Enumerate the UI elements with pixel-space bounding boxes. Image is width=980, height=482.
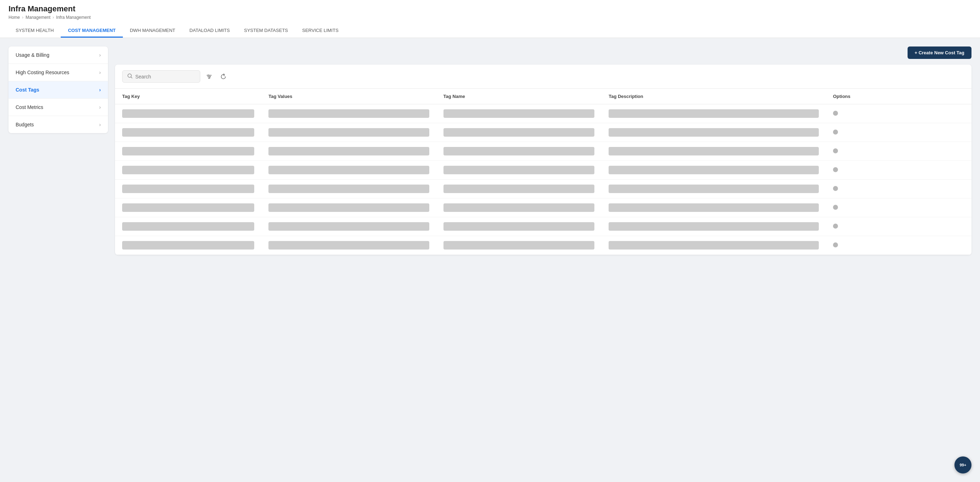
col-tag-description: Tag Description bbox=[601, 89, 826, 104]
skeleton-bar bbox=[609, 241, 819, 250]
cell-tag-key bbox=[115, 142, 261, 161]
skeleton-bar bbox=[269, 128, 429, 137]
cell-tag-name bbox=[436, 123, 602, 142]
tab-dwh-management[interactable]: DWH MANAGEMENT bbox=[123, 24, 183, 38]
skeleton-bar bbox=[122, 147, 254, 156]
page-title: Infra Management bbox=[8, 4, 972, 13]
svg-point-5 bbox=[208, 75, 209, 76]
skeleton-bar bbox=[122, 241, 254, 250]
cell-tag-key bbox=[115, 236, 261, 255]
sidebar-item-label: Cost Metrics bbox=[16, 104, 43, 110]
skeleton-bar bbox=[609, 147, 819, 156]
sidebar-item-cost-tags[interactable]: Cost Tags › bbox=[8, 81, 108, 99]
breadcrumb-current: Infra Management bbox=[56, 15, 91, 20]
cell-options bbox=[826, 217, 972, 236]
skeleton-bar bbox=[269, 204, 429, 212]
cell-tag-name bbox=[436, 199, 602, 217]
skeleton-bar bbox=[444, 204, 595, 212]
filter-icon bbox=[206, 73, 212, 80]
sidebar-item-cost-metrics[interactable]: Cost Metrics › bbox=[8, 99, 108, 116]
options-dot bbox=[833, 224, 838, 229]
filter-button[interactable] bbox=[204, 72, 215, 82]
sidebar-item-high-costing-resources[interactable]: High Costing Resources › bbox=[8, 64, 108, 81]
content-card: Tag Key Tag Values Tag Name Tag Descript… bbox=[115, 65, 972, 255]
skeleton-bar bbox=[444, 241, 595, 250]
skeleton-bar bbox=[609, 222, 819, 231]
skeleton-bar bbox=[609, 185, 819, 193]
skeleton-bar bbox=[609, 109, 819, 118]
options-dot bbox=[833, 205, 838, 210]
create-cost-tag-button[interactable]: + Create New Cost Tag bbox=[908, 46, 972, 59]
tab-cost-management[interactable]: COST MANAGEMENT bbox=[61, 24, 123, 38]
chevron-right-icon: › bbox=[99, 70, 101, 75]
page-header: Infra Management Home › Management › Inf… bbox=[0, 0, 980, 38]
cell-tag-description bbox=[601, 123, 826, 142]
breadcrumb-home[interactable]: Home bbox=[8, 15, 20, 20]
skeleton-bar bbox=[444, 109, 595, 118]
sidebar-item-label: High Costing Resources bbox=[16, 70, 69, 75]
cell-tag-values bbox=[261, 104, 436, 123]
cell-tag-key bbox=[115, 217, 261, 236]
table-row bbox=[115, 180, 972, 199]
skeleton-bar bbox=[444, 147, 595, 156]
skeleton-bar bbox=[444, 128, 595, 137]
cell-tag-description bbox=[601, 142, 826, 161]
cell-tag-name bbox=[436, 161, 602, 180]
cell-tag-values bbox=[261, 217, 436, 236]
table-body bbox=[115, 104, 972, 255]
cell-tag-name bbox=[436, 104, 602, 123]
skeleton-bar bbox=[269, 109, 429, 118]
options-dot bbox=[833, 186, 838, 191]
refresh-button[interactable] bbox=[218, 72, 229, 82]
table-header: Tag Key Tag Values Tag Name Tag Descript… bbox=[115, 89, 972, 104]
cell-tag-name bbox=[436, 180, 602, 199]
breadcrumb: Home › Management › Infra Management bbox=[8, 15, 972, 20]
refresh-icon bbox=[220, 73, 226, 80]
table-row bbox=[115, 199, 972, 217]
svg-point-6 bbox=[210, 76, 210, 77]
search-input[interactable] bbox=[135, 74, 195, 80]
skeleton-bar bbox=[609, 204, 819, 212]
cell-options bbox=[826, 199, 972, 217]
sidebar-item-usage-billing[interactable]: Usage & Billing › bbox=[8, 46, 108, 64]
notification-badge[interactable]: 99+ bbox=[955, 457, 972, 474]
cell-options bbox=[826, 104, 972, 123]
cost-tags-table: Tag Key Tag Values Tag Name Tag Descript… bbox=[115, 89, 972, 255]
cell-tag-values bbox=[261, 236, 436, 255]
sidebar-item-label: Budgets bbox=[16, 122, 34, 127]
tab-system-health[interactable]: SYSTEM HEALTH bbox=[8, 24, 61, 38]
tab-system-datasets[interactable]: SYSTEM DATASETS bbox=[237, 24, 295, 38]
search-bar bbox=[115, 65, 972, 89]
skeleton-bar bbox=[609, 128, 819, 137]
cell-tag-key bbox=[115, 161, 261, 180]
cell-tag-description bbox=[601, 180, 826, 199]
cell-tag-description bbox=[601, 161, 826, 180]
tab-service-limits[interactable]: SERVICE LIMITS bbox=[295, 24, 345, 38]
cell-tag-name bbox=[436, 236, 602, 255]
skeleton-bar bbox=[122, 128, 254, 137]
cell-tag-key bbox=[115, 199, 261, 217]
chevron-right-icon: › bbox=[99, 52, 101, 58]
sidebar: Usage & Billing › High Costing Resources… bbox=[8, 46, 108, 133]
cell-tag-description bbox=[601, 217, 826, 236]
table-row bbox=[115, 123, 972, 142]
sidebar-item-budgets[interactable]: Budgets › bbox=[8, 116, 108, 133]
table-row bbox=[115, 236, 972, 255]
chevron-right-icon: › bbox=[99, 87, 101, 93]
breadcrumb-management[interactable]: Management bbox=[25, 15, 51, 20]
skeleton-bar bbox=[122, 204, 254, 212]
skeleton-bar bbox=[269, 166, 429, 174]
svg-line-1 bbox=[131, 77, 132, 78]
cell-options bbox=[826, 236, 972, 255]
skeleton-bar bbox=[269, 222, 429, 231]
cell-tag-values bbox=[261, 161, 436, 180]
cell-tag-key bbox=[115, 123, 261, 142]
tab-dataload-limits[interactable]: DATALOAD LIMITS bbox=[183, 24, 237, 38]
search-icon bbox=[127, 73, 132, 80]
cell-options bbox=[826, 142, 972, 161]
action-bar: + Create New Cost Tag bbox=[115, 46, 972, 59]
table-row bbox=[115, 217, 972, 236]
col-tag-name: Tag Name bbox=[436, 89, 602, 104]
skeleton-bar bbox=[122, 222, 254, 231]
skeleton-bar bbox=[444, 166, 595, 174]
